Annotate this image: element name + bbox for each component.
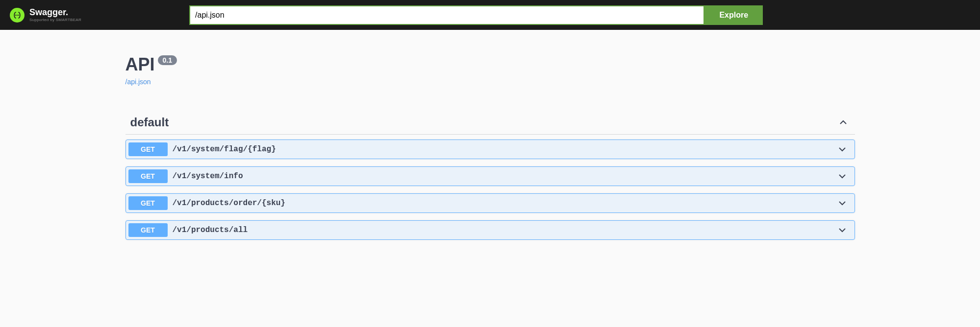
api-title: API [126, 54, 155, 75]
chevron-up-icon [838, 117, 848, 127]
main-content: API 0.1 /api.json default GET /v1/system… [126, 30, 855, 262]
http-method-badge: GET [128, 169, 168, 183]
chevron-down-icon [837, 225, 847, 235]
svg-point-0 [15, 14, 16, 15]
http-method-badge: GET [128, 142, 168, 156]
explore-button[interactable]: Explore [704, 5, 763, 25]
swagger-logo[interactable]: Swagger. Supported by SMARTBEAR [10, 8, 81, 23]
logo-title: Swagger. [29, 8, 81, 17]
operation-row: GET /v1/system/flag/{flag} [126, 140, 855, 159]
tag-header[interactable]: default [126, 111, 855, 135]
operation-summary[interactable]: GET /v1/products/all [126, 221, 854, 239]
operation-summary[interactable]: GET /v1/system/info [126, 167, 854, 186]
svg-point-2 [18, 14, 19, 15]
chevron-down-icon [837, 198, 847, 208]
chevron-down-icon [837, 144, 847, 154]
swagger-logo-icon [10, 8, 25, 23]
http-method-badge: GET [128, 223, 168, 237]
operations-list: GET /v1/system/flag/{flag} GET /v1/syste… [126, 140, 855, 240]
operation-summary[interactable]: GET /v1/system/flag/{flag} [126, 140, 854, 159]
tag-name: default [126, 116, 169, 129]
svg-point-1 [17, 14, 18, 15]
operation-row: GET /v1/products/all [126, 220, 855, 240]
spec-link[interactable]: /api.json [126, 78, 151, 86]
api-title-row: API 0.1 [126, 54, 855, 75]
api-info: API 0.1 /api.json [126, 45, 855, 101]
http-method-badge: GET [128, 196, 168, 210]
operation-summary[interactable]: GET /v1/products/order/{sku} [126, 194, 854, 212]
api-version-badge: 0.1 [158, 55, 177, 65]
operation-path: /v1/products/all [173, 226, 837, 234]
spec-url-input[interactable] [189, 5, 704, 25]
operation-path: /v1/system/flag/{flag} [173, 145, 837, 154]
operation-path: /v1/system/info [173, 172, 837, 181]
logo-subtitle: Supported by SMARTBEAR [29, 18, 81, 22]
operation-row: GET /v1/products/order/{sku} [126, 193, 855, 213]
operation-row: GET /v1/system/info [126, 166, 855, 186]
spec-url-form: Explore [189, 5, 763, 25]
operation-path: /v1/products/order/{sku} [173, 199, 837, 208]
tag-section-default: default GET /v1/system/flag/{flag} GET /… [126, 111, 855, 240]
chevron-down-icon [837, 171, 847, 181]
topbar: Swagger. Supported by SMARTBEAR Explore [0, 0, 980, 30]
